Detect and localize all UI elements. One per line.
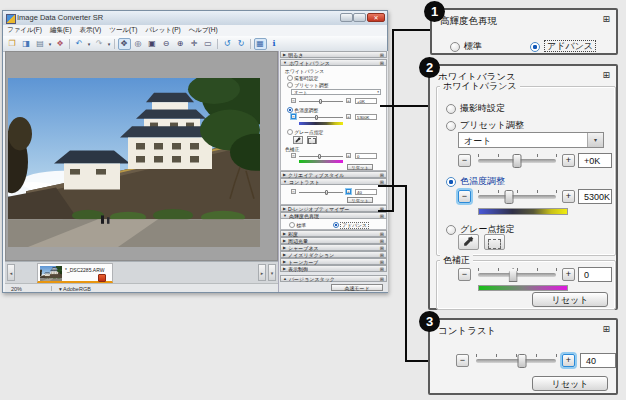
value-field[interactable]: 5300K	[578, 189, 612, 204]
minus-button[interactable]: −	[291, 98, 296, 103]
detach-panel-icon[interactable]: ⊞	[380, 259, 384, 265]
menu-edit[interactable]: 編集(E)	[46, 26, 76, 35]
wb-preset-slider[interactable]: − + +0K	[291, 98, 381, 104]
undo-menu-arrow-icon[interactable]: ▾	[86, 41, 92, 47]
slider-thumb[interactable]	[325, 190, 328, 195]
slider-track[interactable]	[476, 359, 556, 363]
color-space-selector[interactable]: ▾ AdobeRGB	[59, 286, 91, 292]
minus-button[interactable]: −	[291, 189, 296, 194]
palette-section-d-range[interactable]: ▶ D-レンジオプティマイザー ⊞	[280, 205, 387, 212]
reset-button[interactable]: リセット	[347, 197, 373, 203]
slider-track[interactable]	[478, 195, 556, 199]
fit-window-button[interactable]: ▭	[202, 38, 215, 50]
eyedropper-button[interactable]	[293, 136, 303, 144]
minus-button[interactable]: −	[458, 154, 471, 167]
menu-palette[interactable]: パレット(P)	[141, 26, 184, 35]
undo-button[interactable]: ↶	[73, 38, 86, 50]
slider-thumb[interactable]	[513, 154, 522, 168]
import-button[interactable]: ◨	[20, 38, 33, 50]
value-field[interactable]: 0	[355, 153, 377, 159]
detach-panel-icon[interactable]: ⊞	[602, 14, 610, 24]
menu-tools[interactable]: ツール(T)	[105, 26, 141, 35]
detach-panel-icon[interactable]: ⊞	[380, 60, 384, 66]
detach-panel-icon[interactable]: ⊞	[380, 276, 384, 282]
value-field[interactable]: +0K	[578, 153, 612, 168]
value-field[interactable]: 0	[578, 267, 612, 282]
rotate-right-button[interactable]: ↻	[235, 38, 248, 50]
rotate-left-button[interactable]: ↺	[221, 38, 234, 50]
thumbnail-tab[interactable]: *_DSC2285.ARW	[37, 263, 113, 283]
slider-thumb[interactable]	[319, 99, 322, 104]
slider-thumb[interactable]	[318, 154, 321, 159]
plus-button[interactable]: +	[562, 354, 575, 367]
palette-section-noise-reduction[interactable]: ▶ノイズリダクション⊞	[280, 251, 387, 258]
wb-preset-radio[interactable]: プリセット調整	[287, 82, 328, 88]
wb-shooting-radio[interactable]: 撮影時設定	[287, 75, 318, 81]
detach-panel-icon[interactable]: ⊞	[380, 213, 384, 219]
detach-panel-icon[interactable]: ⊞	[380, 52, 384, 58]
zoom-tool-button[interactable]: ◎	[132, 38, 145, 50]
detach-panel-icon[interactable]: ⊞	[602, 70, 610, 80]
wb-color-temp-radio[interactable]: 色温度調整	[287, 107, 318, 113]
menu-file[interactable]: ファイル(F)	[3, 26, 46, 35]
image-canvas[interactable]	[5, 51, 278, 261]
detach-panel-icon[interactable]: ⊞	[602, 324, 610, 334]
hdr-advance-radio[interactable]: アドバンス	[333, 222, 369, 228]
color-correction-slider[interactable]: − + 0	[291, 153, 381, 159]
minimize-button[interactable]	[340, 13, 353, 22]
menu-view[interactable]: 表示(V)	[76, 26, 106, 35]
palette-section-saturation[interactable]: ▶彩度⊞	[280, 230, 387, 237]
strip-menu-button[interactable]: ▾	[268, 264, 276, 281]
hdr-standard-radio[interactable]: 標準	[450, 36, 482, 54]
plus-button[interactable]: +	[562, 268, 575, 281]
info-button[interactable]: ℹ	[268, 38, 281, 50]
reset-button[interactable]: リセット	[347, 164, 373, 170]
value-field[interactable]: 40	[580, 353, 616, 368]
detach-panel-icon[interactable]: ⊞	[380, 266, 384, 272]
palette-section-vignetting[interactable]: ▶周辺光量⊞	[280, 237, 387, 244]
plus-button[interactable]: +	[562, 154, 575, 167]
marquee-button[interactable]	[307, 136, 317, 144]
output-button[interactable]: ❖	[54, 38, 67, 50]
zoom-in-button[interactable]: ⊕	[174, 38, 187, 50]
save-menu-arrow-icon[interactable]: ▾	[47, 41, 53, 47]
palette-section-contrast[interactable]: ▼ コントラスト ⊞	[280, 178, 387, 185]
palette-section-hdr[interactable]: ▼ 高輝度色再現 ⊞	[280, 212, 387, 219]
hdr-advance-radio[interactable]: アドバンス	[530, 36, 596, 54]
wb-shooting-radio[interactable]: 撮影時設定	[446, 98, 505, 116]
save-button[interactable]: ▤	[34, 38, 47, 50]
menu-help[interactable]: ヘルプ(H)	[185, 26, 222, 35]
contrast-slider[interactable]: − + 40	[291, 189, 381, 195]
redo-button[interactable]: ↷	[93, 38, 106, 50]
speed-mode-button[interactable]: 高速モード	[331, 284, 383, 291]
open-file-button[interactable]: ❐	[6, 38, 19, 50]
slider-thumb[interactable]	[518, 354, 527, 368]
wb-gray-point-radio[interactable]: グレー点指定	[287, 129, 323, 135]
wb-color-temp-slider[interactable]: − + 5300K	[291, 114, 381, 120]
scroll-right-button[interactable]: ▸	[258, 264, 266, 281]
reset-button[interactable]: リセット	[532, 376, 608, 391]
maximize-button[interactable]	[353, 13, 366, 22]
wb-preset-radio[interactable]: プリセット調整	[446, 115, 524, 133]
plus-button[interactable]: +	[346, 114, 351, 119]
zoom-out-button[interactable]: ⊖	[160, 38, 173, 50]
fit-screen-button[interactable]: ▣	[146, 38, 159, 50]
palette-section-sharpness[interactable]: ▶シャープネス⊞	[280, 244, 387, 251]
plus-button[interactable]: +	[562, 190, 575, 203]
palette-section-tone-curve[interactable]: ▶トーンカーブ⊞	[280, 258, 387, 265]
slider-track[interactable]	[478, 159, 556, 163]
reset-button[interactable]: リセット	[532, 292, 608, 307]
slider-track[interactable]	[299, 117, 343, 118]
minus-button[interactable]: −	[291, 114, 296, 119]
slider-track[interactable]	[299, 192, 343, 193]
palette-section-white-balance[interactable]: ▼ ホワイトバランス ⊞	[280, 59, 387, 66]
detach-panel-icon[interactable]: ⊞	[380, 252, 384, 258]
wb-preset-dropdown[interactable]: ▾オート	[291, 89, 381, 95]
slider-track[interactable]	[478, 273, 556, 277]
wb-color-temp-radio[interactable]: 色温度調整	[446, 171, 505, 189]
palette-section-creative-style[interactable]: ▶ クリエイティブスタイル ⊞	[280, 171, 387, 178]
wb-preset-dropdown[interactable]: オート ▾	[458, 132, 604, 148]
minus-button[interactable]: −	[458, 190, 471, 203]
detach-panel-icon[interactable]: ⊞	[380, 172, 384, 178]
value-field[interactable]: 5300K	[355, 114, 377, 120]
